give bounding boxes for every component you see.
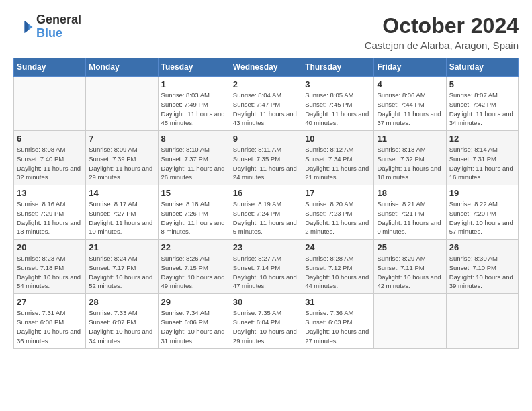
calendar-day-cell: 31Sunrise: 7:36 AM Sunset: 6:03 PM Dayli… xyxy=(302,294,374,349)
day-number: 8 xyxy=(161,134,227,144)
calendar-day-cell: 30Sunrise: 7:35 AM Sunset: 6:04 PM Dayli… xyxy=(230,294,302,349)
calendar-day-cell: 26Sunrise: 8:30 AM Sunset: 7:10 PM Dayli… xyxy=(446,240,518,294)
day-info: Sunrise: 8:09 AM Sunset: 7:39 PM Dayligh… xyxy=(89,145,154,182)
weekday-header: Sunday xyxy=(14,58,86,77)
calendar-week-row: 6Sunrise: 8:08 AM Sunset: 7:40 PM Daylig… xyxy=(14,131,519,185)
day-info: Sunrise: 8:30 AM Sunset: 7:10 PM Dayligh… xyxy=(449,254,515,291)
calendar-day-cell xyxy=(14,77,86,131)
day-number: 18 xyxy=(377,188,443,198)
calendar-day-cell: 29Sunrise: 7:34 AM Sunset: 6:06 PM Dayli… xyxy=(158,294,230,349)
calendar-day-cell: 11Sunrise: 8:13 AM Sunset: 7:32 PM Dayli… xyxy=(374,131,446,185)
day-info: Sunrise: 8:08 AM Sunset: 7:40 PM Dayligh… xyxy=(17,145,83,182)
title-block: October 2024 Castejon de Alarba, Aragon,… xyxy=(365,13,519,51)
day-info: Sunrise: 8:04 AM Sunset: 7:47 PM Dayligh… xyxy=(233,91,299,128)
day-number: 27 xyxy=(17,297,83,307)
day-number: 23 xyxy=(233,242,299,253)
calendar-day-cell: 14Sunrise: 8:17 AM Sunset: 7:27 PM Dayli… xyxy=(86,185,158,240)
day-number: 16 xyxy=(233,188,299,198)
day-info: Sunrise: 8:28 AM Sunset: 7:12 PM Dayligh… xyxy=(305,254,371,291)
day-info: Sunrise: 7:35 AM Sunset: 6:04 PM Dayligh… xyxy=(233,308,299,345)
day-number: 15 xyxy=(161,188,227,198)
day-info: Sunrise: 8:18 AM Sunset: 7:26 PM Dayligh… xyxy=(161,199,227,236)
day-number: 7 xyxy=(89,134,154,144)
day-info: Sunrise: 8:29 AM Sunset: 7:11 PM Dayligh… xyxy=(377,254,443,291)
calendar-day-cell: 23Sunrise: 8:27 AM Sunset: 7:14 PM Dayli… xyxy=(230,240,302,294)
calendar-day-cell: 8Sunrise: 8:10 AM Sunset: 7:37 PM Daylig… xyxy=(158,131,230,185)
location: Castejon de Alarba, Aragon, Spain xyxy=(365,40,519,51)
calendar-day-cell: 27Sunrise: 7:31 AM Sunset: 6:08 PM Dayli… xyxy=(14,294,86,349)
day-info: Sunrise: 8:07 AM Sunset: 7:42 PM Dayligh… xyxy=(449,91,515,128)
calendar-day-cell xyxy=(374,294,446,349)
calendar-table: SundayMondayTuesdayWednesdayThursdayFrid… xyxy=(13,58,519,349)
day-number: 29 xyxy=(161,297,227,307)
calendar-day-cell: 16Sunrise: 8:19 AM Sunset: 7:24 PM Dayli… xyxy=(230,185,302,240)
calendar-day-cell: 4Sunrise: 8:06 AM Sunset: 7:44 PM Daylig… xyxy=(374,77,446,131)
weekday-header: Wednesday xyxy=(230,58,302,77)
weekday-header: Friday xyxy=(374,58,446,77)
logo-icon xyxy=(13,17,34,37)
day-info: Sunrise: 8:16 AM Sunset: 7:29 PM Dayligh… xyxy=(17,199,83,236)
calendar-header: SundayMondayTuesdayWednesdayThursdayFrid… xyxy=(14,58,519,77)
calendar-day-cell: 5Sunrise: 8:07 AM Sunset: 7:42 PM Daylig… xyxy=(446,77,518,131)
calendar-day-cell: 3Sunrise: 8:05 AM Sunset: 7:45 PM Daylig… xyxy=(302,77,374,131)
day-number: 30 xyxy=(233,297,299,307)
day-number: 21 xyxy=(89,242,154,253)
day-number: 28 xyxy=(89,297,154,307)
day-info: Sunrise: 7:31 AM Sunset: 6:08 PM Dayligh… xyxy=(17,308,83,345)
day-info: Sunrise: 8:26 AM Sunset: 7:15 PM Dayligh… xyxy=(161,254,227,291)
logo-text: General Blue xyxy=(36,13,81,40)
day-number: 2 xyxy=(233,79,299,89)
day-number: 20 xyxy=(17,242,83,253)
calendar-day-cell: 7Sunrise: 8:09 AM Sunset: 7:39 PM Daylig… xyxy=(86,131,158,185)
calendar-day-cell: 24Sunrise: 8:28 AM Sunset: 7:12 PM Dayli… xyxy=(302,240,374,294)
day-info: Sunrise: 8:21 AM Sunset: 7:21 PM Dayligh… xyxy=(377,199,443,236)
day-info: Sunrise: 8:19 AM Sunset: 7:24 PM Dayligh… xyxy=(233,199,299,236)
day-number: 5 xyxy=(449,79,515,89)
svg-marker-1 xyxy=(25,21,29,33)
weekday-header: Thursday xyxy=(302,58,374,77)
logo: General Blue xyxy=(13,13,81,40)
day-info: Sunrise: 8:11 AM Sunset: 7:35 PM Dayligh… xyxy=(233,145,299,182)
day-number: 10 xyxy=(305,134,371,144)
day-number: 19 xyxy=(449,188,515,198)
calendar-day-cell: 21Sunrise: 8:24 AM Sunset: 7:17 PM Dayli… xyxy=(86,240,158,294)
calendar-day-cell: 28Sunrise: 7:33 AM Sunset: 6:07 PM Dayli… xyxy=(86,294,158,349)
day-number: 14 xyxy=(89,188,154,198)
day-info: Sunrise: 8:13 AM Sunset: 7:32 PM Dayligh… xyxy=(377,145,443,182)
calendar-day-cell: 17Sunrise: 8:20 AM Sunset: 7:23 PM Dayli… xyxy=(302,185,374,240)
calendar-day-cell: 18Sunrise: 8:21 AM Sunset: 7:21 PM Dayli… xyxy=(374,185,446,240)
calendar-week-row: 1Sunrise: 8:03 AM Sunset: 7:49 PM Daylig… xyxy=(14,77,519,131)
calendar-day-cell: 19Sunrise: 8:22 AM Sunset: 7:20 PM Dayli… xyxy=(446,185,518,240)
day-number: 31 xyxy=(305,297,371,307)
day-info: Sunrise: 8:05 AM Sunset: 7:45 PM Dayligh… xyxy=(305,91,371,128)
day-info: Sunrise: 8:06 AM Sunset: 7:44 PM Dayligh… xyxy=(377,91,443,128)
day-number: 6 xyxy=(17,134,83,144)
day-number: 17 xyxy=(305,188,371,198)
calendar-week-row: 27Sunrise: 7:31 AM Sunset: 6:08 PM Dayli… xyxy=(14,294,519,349)
weekday-header: Saturday xyxy=(446,58,518,77)
day-info: Sunrise: 8:23 AM Sunset: 7:18 PM Dayligh… xyxy=(17,254,83,291)
calendar-body: 1Sunrise: 8:03 AM Sunset: 7:49 PM Daylig… xyxy=(14,77,519,349)
calendar-day-cell: 6Sunrise: 8:08 AM Sunset: 7:40 PM Daylig… xyxy=(14,131,86,185)
calendar-day-cell: 25Sunrise: 8:29 AM Sunset: 7:11 PM Dayli… xyxy=(374,240,446,294)
day-number: 24 xyxy=(305,242,371,253)
calendar-day-cell: 1Sunrise: 8:03 AM Sunset: 7:49 PM Daylig… xyxy=(158,77,230,131)
day-number: 1 xyxy=(161,79,227,89)
day-number: 13 xyxy=(17,188,83,198)
day-info: Sunrise: 8:17 AM Sunset: 7:27 PM Dayligh… xyxy=(89,199,154,236)
day-info: Sunrise: 8:10 AM Sunset: 7:37 PM Dayligh… xyxy=(161,145,227,182)
day-info: Sunrise: 7:33 AM Sunset: 6:07 PM Dayligh… xyxy=(89,308,154,345)
calendar-day-cell xyxy=(446,294,518,349)
day-number: 11 xyxy=(377,134,443,144)
day-info: Sunrise: 8:03 AM Sunset: 7:49 PM Dayligh… xyxy=(161,91,227,128)
day-info: Sunrise: 7:34 AM Sunset: 6:06 PM Dayligh… xyxy=(161,308,227,345)
day-number: 9 xyxy=(233,134,299,144)
calendar-day-cell: 13Sunrise: 8:16 AM Sunset: 7:29 PM Dayli… xyxy=(14,185,86,240)
calendar-week-row: 20Sunrise: 8:23 AM Sunset: 7:18 PM Dayli… xyxy=(14,240,519,294)
page-header: General Blue October 2024 Castejon de Al… xyxy=(13,13,519,51)
day-info: Sunrise: 8:20 AM Sunset: 7:23 PM Dayligh… xyxy=(305,199,371,236)
day-number: 26 xyxy=(449,242,515,253)
day-number: 12 xyxy=(449,134,515,144)
weekday-row: SundayMondayTuesdayWednesdayThursdayFrid… xyxy=(14,58,519,77)
calendar-week-row: 13Sunrise: 8:16 AM Sunset: 7:29 PM Dayli… xyxy=(14,185,519,240)
